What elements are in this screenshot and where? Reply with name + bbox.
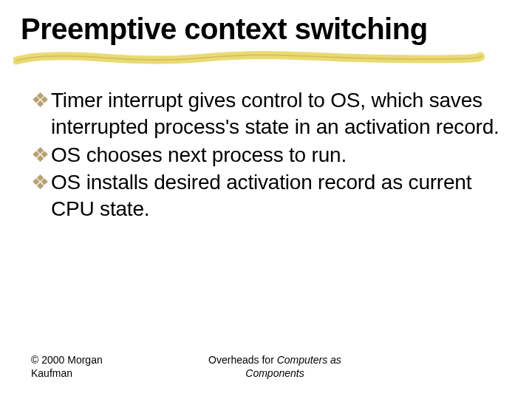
bullet-text: OS installs desired activation record as… [51,169,502,222]
bullet-text: OS chooses next process to run. [51,142,347,168]
bullet-icon: ❖ [31,169,50,195]
footer-center-italic1: Computers as [277,354,341,366]
bullet-item: ❖ Timer interrupt gives control to OS, w… [31,87,502,140]
footer-copyright: © 2000 Morgan Kaufman [0,354,177,380]
footer-copyright-line2: Kaufman [31,367,177,381]
slide-body: ❖ Timer interrupt gives control to OS, w… [21,87,511,222]
slide: Preemptive context switching ❖ Timer int… [0,0,532,399]
footer-center: Overheads for Computers as Components [177,354,372,380]
footer-center-line2: Components [177,367,372,381]
footer-copyright-line1: © 2000 Morgan [31,354,177,367]
slide-title: Preemptive context switching [21,13,511,44]
bullet-item: ❖ OS chooses next process to run. [31,142,502,168]
bullet-item: ❖ OS installs desired activation record … [31,169,502,222]
bullet-text: Timer interrupt gives control to OS, whi… [51,87,502,140]
footer-center-plain: Overheads for [208,354,277,366]
title-underline [13,49,486,68]
bullet-icon: ❖ [31,142,50,168]
bullet-icon: ❖ [31,87,50,113]
slide-footer: © 2000 Morgan Kaufman Overheads for Comp… [0,354,532,380]
footer-center-line1: Overheads for Computers as [177,354,372,367]
